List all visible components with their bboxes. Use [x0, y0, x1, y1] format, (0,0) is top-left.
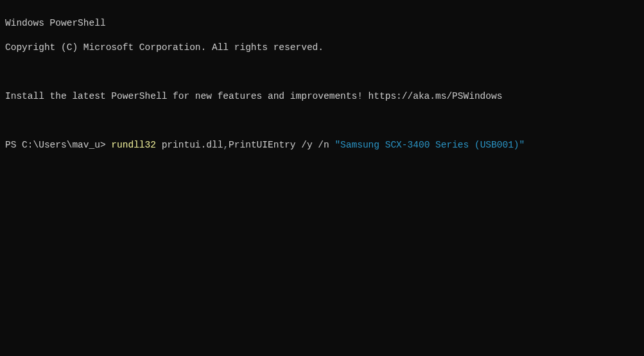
command-arg2: PrintUIEntry /y /n	[229, 140, 335, 150]
prompt-line[interactable]: PS C:\Users\mav_u> rundll32 printui.dll,…	[5, 139, 639, 151]
command-arg1: printui.dll	[162, 140, 223, 150]
blank-line-1	[5, 66, 639, 78]
terminal-output[interactable]: Windows PowerShell Copyright (C) Microso…	[5, 5, 639, 164]
prompt-prefix: PS C:\Users\mav_u>	[5, 140, 111, 150]
command-name: rundll32	[111, 140, 156, 150]
command-space	[156, 140, 162, 150]
command-string: "Samsung SCX-3400 Series (USB001)"	[335, 140, 525, 150]
header-line-1: Windows PowerShell	[5, 17, 639, 30]
command-comma: ,	[223, 140, 229, 150]
install-message: Install the latest PowerShell for new fe…	[5, 90, 639, 103]
header-line-2: Copyright (C) Microsoft Corporation. All…	[5, 42, 639, 54]
blank-line-2	[5, 115, 639, 127]
